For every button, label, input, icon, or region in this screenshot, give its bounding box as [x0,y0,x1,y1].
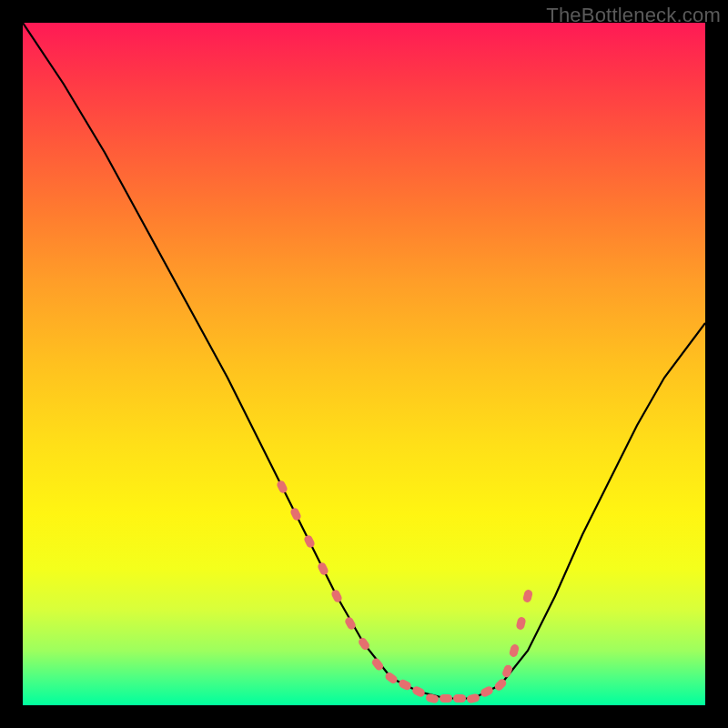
marker-dot [303,534,316,550]
marker-dot [480,685,495,698]
marker-dot [509,643,520,658]
marker-dot [522,589,533,603]
marker-dot [370,657,385,672]
curve-path [23,23,705,699]
bottleneck-curve-svg [23,23,705,705]
marker-dot [398,678,413,691]
marker-dot [440,694,452,703]
marker-group [276,480,533,704]
marker-dot [317,561,329,577]
marker-dot [276,480,288,495]
marker-dot [411,685,427,698]
marker-dot [384,671,399,685]
marker-dot [330,589,343,604]
watermark-text: TheBottleneck.com [546,4,721,27]
marker-dot [289,507,302,522]
marker-dot [453,694,466,703]
chart-frame [23,23,705,705]
marker-dot [466,693,480,703]
marker-dot [515,616,526,631]
marker-dot [501,663,514,678]
